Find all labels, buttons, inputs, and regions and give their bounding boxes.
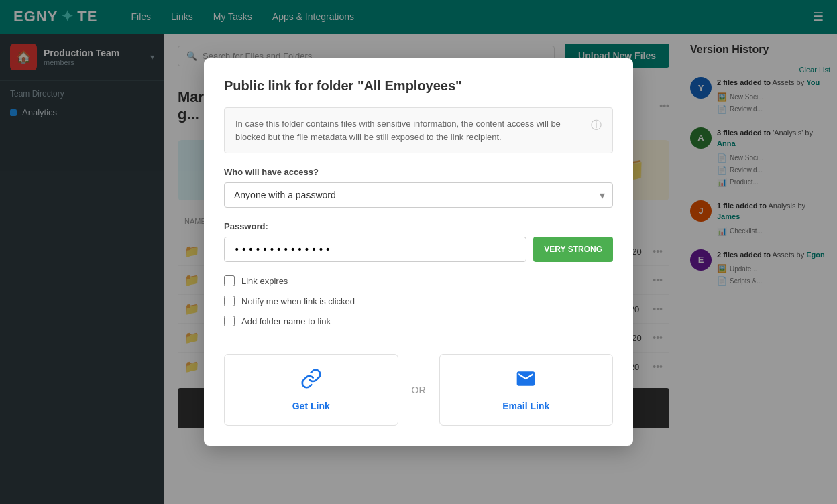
email-link-card[interactable]: Email Link	[439, 354, 614, 426]
access-select-wrapper: Anyone with a password Anyone with the l…	[224, 182, 613, 208]
password-row: VERY STRONG	[224, 237, 613, 262]
modal-overlay: Public link for folder "All Employees" I…	[0, 0, 837, 504]
notify-label: Notify me when link is clicked	[241, 296, 355, 306]
folder-name-label: Add folder name to link	[241, 316, 331, 326]
checkbox-notify: Notify me when link is clicked	[224, 296, 613, 306]
link-expires-label: Link expires	[241, 276, 288, 286]
checkbox-link-expires: Link expires	[224, 275, 613, 286]
get-link-label: Get Link	[292, 401, 330, 412]
access-select[interactable]: Anyone with a password Anyone with the l…	[224, 182, 613, 208]
modal-info-box: In case this folder contains files with …	[224, 107, 613, 153]
get-link-card[interactable]: Get Link	[224, 354, 398, 426]
info-icon: ⓘ	[591, 117, 602, 133]
or-divider: OR	[412, 385, 426, 395]
modal: Public link for folder "All Employees" I…	[204, 58, 633, 446]
folder-name-checkbox[interactable]	[224, 316, 235, 326]
access-label: Who will have access?	[224, 167, 613, 177]
modal-title: Public link for folder "All Employees"	[224, 78, 613, 94]
get-link-icon	[300, 368, 322, 394]
modal-divider	[224, 340, 613, 340]
modal-info-text: In case this folder contains files with …	[235, 117, 584, 143]
password-label: Password:	[224, 221, 613, 231]
email-link-icon	[515, 368, 537, 394]
modal-actions: Get Link OR Email Link	[224, 354, 613, 426]
password-input[interactable]	[224, 237, 526, 262]
checkbox-folder-name: Add folder name to link	[224, 316, 613, 326]
link-expires-checkbox[interactable]	[224, 275, 235, 286]
email-link-label: Email Link	[502, 401, 549, 412]
notify-checkbox[interactable]	[224, 296, 235, 306]
password-strength-button[interactable]: VERY STRONG	[533, 237, 613, 262]
